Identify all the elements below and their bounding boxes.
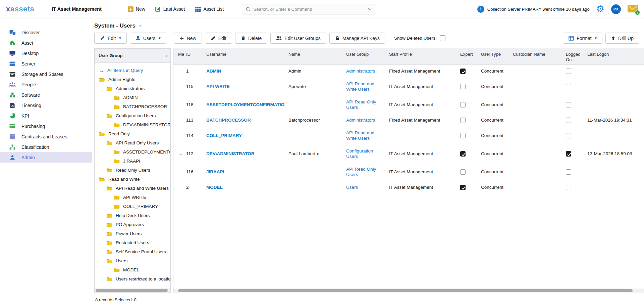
delete-button[interactable]: Delete [235,33,267,44]
sidebar-item-purchasing[interactable]: Purchasing [0,121,92,131]
tree-item[interactable]: API Read and Write Users [95,184,170,193]
chevron-down-icon[interactable] [368,8,372,10]
search-input[interactable] [253,7,365,12]
tree-item[interactable]: COLL_PRIMARY [95,202,170,211]
tree-item[interactable]: Read Only Users [95,166,170,175]
tree-item[interactable]: Read and Write [95,175,170,184]
tree-item[interactable]: Read Only [95,129,170,138]
edit-button[interactable]: Edit [205,33,232,44]
table-row[interactable]: 113 BATCHPROCESSOR Batchprocessor Admini… [173,114,644,127]
expert-checkbox[interactable] [460,118,466,123]
expert-checkbox[interactable] [460,102,466,107]
tree-item[interactable]: DEV\ADMINISTRATOR [95,120,170,129]
column-header-user-group[interactable]: User Group [346,48,389,64]
column-header-expert[interactable]: Expert [460,48,481,64]
sidebar-item-people[interactable]: People [0,79,92,90]
show-deleted-users-checkbox[interactable] [440,35,445,41]
user-group-link[interactable]: Users [346,185,358,190]
manage-api-keys-button[interactable]: Manage API Keys [329,33,385,44]
user-group-link[interactable]: API Read Only Users [346,167,376,177]
logged-on-checkbox[interactable] [566,84,571,89]
sidebar-item-contracts-and-leases[interactable]: Contracts and Leases [0,131,92,142]
logged-on-checkbox[interactable] [566,169,571,175]
sidebar-item-licensing[interactable]: Licensing [0,100,92,111]
sidebar-item-asset[interactable]: Asset [0,38,92,48]
edit-user-groups-button[interactable]: Edit User Groups [270,33,326,44]
username-link[interactable]: MODEL [206,185,223,190]
tree-item[interactable]: PO Approvers [95,220,170,229]
drill-up-button[interactable]: Drill Up [605,33,639,44]
sidebar-item-desktop[interactable]: Desktop [0,48,92,58]
user-group-link[interactable]: API Read Only Users [346,99,376,110]
quick-action-new[interactable]: New [128,6,145,12]
tree-item[interactable]: Help Desk Users [95,211,170,220]
tree-item[interactable]: Admin Rights [95,75,170,84]
table-row[interactable]: 115 API WRITE Api write API Read and Wri… [173,78,644,96]
column-header-user-type[interactable]: User Type [481,48,513,64]
column-header-me[interactable]: Me [173,48,186,64]
expert-checkbox[interactable] [460,69,466,74]
column-header-username[interactable]: Username↑ [206,48,288,64]
expert-checkbox[interactable] [460,84,466,89]
user-group-link[interactable]: API Read and Write Users [346,130,374,141]
tree-item[interactable]: Restricted Users [95,238,170,247]
global-search[interactable] [242,4,375,14]
quick-action-asset-list[interactable]: Asset List [195,6,224,12]
column-header-id[interactable]: ID [186,48,206,64]
logged-on-checkbox[interactable] [566,151,571,157]
sidebar-item-storage-and-spares[interactable]: Storage and Spares [0,69,92,79]
logged-on-checkbox[interactable] [566,118,571,123]
brand-logo[interactable]: xassets [6,5,34,13]
table-scrollbar[interactable] [173,289,644,293]
sidebar-item-discover[interactable]: Discover [0,27,92,38]
user-group-link[interactable]: Administrators [346,118,375,123]
info-icon[interactable]: i [477,6,484,13]
expert-checkbox[interactable] [460,133,466,138]
table-row[interactable]: 2 MODEL Users IT Asset Management Concur… [173,181,644,194]
page-title-chevron-icon[interactable]: ▼ [139,24,142,28]
avatar[interactable]: PX [611,4,621,14]
tree-item[interactable]: BATCHPROCESSOR [95,102,170,111]
logged-on-checkbox[interactable] [566,102,571,107]
tree-item[interactable]: ASSETDEPLOYMENTCONFIRMATIONACC [95,147,170,157]
sidebar-item-software[interactable]: Software [0,90,92,100]
table-row[interactable]: → 112 DEV\ADMINISTRATOR Paul Lambert x C… [173,145,644,163]
tree-item[interactable]: MODEL [95,265,170,274]
tree-item[interactable]: →All Items in Query [95,66,170,75]
tree-item[interactable]: Users restricted to a location [95,274,170,283]
username-link[interactable]: BATCHPROCESSOR [206,118,251,123]
new-button[interactable]: New [174,33,202,44]
logged-on-checkbox[interactable] [566,133,571,138]
gear-icon[interactable]: ⚙ [596,5,604,14]
sort-ascending-icon[interactable]: ↑ [281,52,285,57]
format-dropdown[interactable]: Format▾ [563,33,602,44]
sidebar-item-classification[interactable]: Classification [0,142,92,152]
column-header-custodian-name[interactable]: Custodian Name [513,48,566,64]
column-header-logged-on[interactable]: Logged On [566,48,587,64]
username-link[interactable]: COLL_PRIMARY [206,133,242,138]
column-header-last-logon[interactable]: Last Logon [587,48,644,64]
tree-item[interactable]: ADMIN [95,93,170,102]
tree-item[interactable]: Power Users [95,229,170,238]
table-row[interactable]: 116 JIRAAPI API Read Only Users IT Asset… [173,163,644,181]
logged-on-checkbox[interactable] [566,185,571,190]
sidebar-item-kpi[interactable]: KPI [0,111,92,121]
table-row[interactable]: 1 ADMIN Admin Administrators Fixed Asset… [173,65,644,78]
tree-item[interactable]: API Read Only Users [95,138,170,147]
username-link[interactable]: ADMIN [206,69,221,74]
user-group-link[interactable]: API Read and Write Users [346,81,374,92]
tree-item[interactable]: Configuration Users [95,111,170,120]
user-group-link[interactable]: Administrators [346,69,375,74]
logged-on-checkbox[interactable] [566,69,571,74]
quick-action-last-asset[interactable]: Last Asset [155,6,185,12]
username-link[interactable]: DEV\ADMINISTRATOR [206,151,255,157]
collapse-panel-icon[interactable]: ‹ [165,53,167,59]
expert-checkbox[interactable] [460,151,466,157]
table-scrollbar-thumb[interactable] [178,289,633,292]
tree-scrollbar[interactable] [95,288,170,293]
expert-checkbox[interactable] [460,169,466,175]
column-header-name[interactable]: Name [288,48,346,64]
table-row[interactable]: 118 ASSETDEPLOYMENTCONFIRMATIONACC API R… [173,96,644,114]
expert-checkbox[interactable] [460,185,466,190]
sidebar-item-server[interactable]: Server [0,58,92,69]
